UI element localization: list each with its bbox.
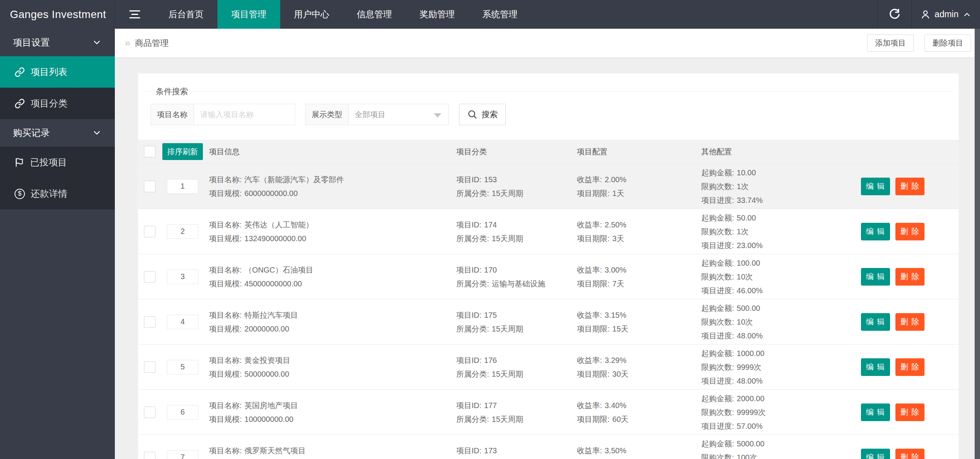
project-id: 174 xyxy=(484,221,497,229)
field-label: 项目名称: xyxy=(209,266,242,274)
user-menu[interactable]: admin xyxy=(912,0,980,29)
row-checkbox[interactable] xyxy=(144,452,155,459)
nav-info-management[interactable]: 信息管理 xyxy=(343,0,406,29)
field-label: 收益率: xyxy=(577,175,602,184)
nav-user-center[interactable]: 用户中心 xyxy=(280,0,343,29)
vertical-scrollbar[interactable] xyxy=(975,29,980,459)
sort-order-input[interactable] xyxy=(167,315,198,329)
field-label: 项目进度: xyxy=(701,422,734,430)
yield-rate: 2.50% xyxy=(605,221,627,229)
delete-button[interactable]: 删除 xyxy=(895,313,924,331)
delete-button[interactable]: 删除 xyxy=(895,358,924,376)
search-button[interactable]: 搜索 xyxy=(459,104,506,125)
field-label: 项目进度: xyxy=(701,332,734,340)
project-scale: 45000000000.00 xyxy=(245,279,302,288)
delete-button[interactable]: 删除 xyxy=(895,268,924,286)
flag-icon xyxy=(15,157,24,167)
sort-refresh-button[interactable]: 排序刷新 xyxy=(162,143,203,160)
edit-button[interactable]: 编辑 xyxy=(861,358,890,376)
project-scale: 50000000.00 xyxy=(245,370,289,378)
project-id: 173 xyxy=(484,446,497,455)
sidebar-item-repayment-details[interactable]: $ 还款详情 xyxy=(0,178,115,209)
row-checkbox[interactable] xyxy=(144,407,155,418)
display-type-select[interactable]: 全部项目 xyxy=(349,104,449,125)
field-label: 收益率: xyxy=(577,401,602,410)
field-label: 项目ID: xyxy=(456,266,482,274)
row-checkbox[interactable] xyxy=(144,181,155,192)
edit-button[interactable]: 编辑 xyxy=(861,268,890,286)
sidebar-group-label: 项目设置 xyxy=(13,36,92,49)
field-label: 项目期限: xyxy=(577,279,610,288)
add-project-button[interactable]: 添加项目 xyxy=(867,34,914,52)
sidebar-group-project-settings[interactable]: 项目设置 xyxy=(0,29,115,56)
project-progress: 23.00% xyxy=(737,241,763,250)
column-header-info: 项目信息 xyxy=(204,147,451,157)
delete-button[interactable]: 删除 xyxy=(895,403,924,421)
search-legend: 条件搜索 xyxy=(152,85,192,98)
project-category: 15天周期 xyxy=(492,189,523,198)
refresh-button[interactable] xyxy=(878,0,911,29)
delete-button[interactable]: 删除 xyxy=(895,449,924,459)
field-label: 项目名称: xyxy=(209,311,242,319)
sort-order-input[interactable] xyxy=(167,270,198,284)
row-checkbox[interactable] xyxy=(144,361,155,373)
nav-project-management[interactable]: 项目管理 xyxy=(217,0,280,29)
table-row: 项目名称:俄罗斯天然气项目 项目规模:800000000.00 项目ID:173… xyxy=(138,434,959,459)
table-row: 项目名称:汽车（新能源汽车）及零部件 项目规模:6000000000.00 项目… xyxy=(138,163,959,209)
project-term: 1天 xyxy=(612,189,624,198)
sidebar-item-project-list[interactable]: 项目列表 xyxy=(0,56,115,88)
sidebar-group-purchase-records[interactable]: 购买记录 xyxy=(0,119,115,147)
dropdown-caret-icon xyxy=(434,113,441,118)
table-row: 项目名称:黄金投资项目 项目规模:50000000.00 项目ID:176 所属… xyxy=(138,344,959,389)
edit-button[interactable]: 编辑 xyxy=(861,403,890,421)
sort-order-input[interactable] xyxy=(167,405,198,420)
field-label: 项目期限: xyxy=(577,189,610,198)
project-name-input[interactable] xyxy=(194,104,295,125)
sidebar: 项目设置 项目列表 项目分类 购买记录 xyxy=(0,29,115,459)
search-button-label: 搜索 xyxy=(482,109,498,120)
user-icon xyxy=(920,9,931,20)
field-label: 限购次数: xyxy=(701,408,734,417)
row-checkbox[interactable] xyxy=(144,316,155,328)
link-icon xyxy=(15,98,25,109)
nav-system-management[interactable]: 系统管理 xyxy=(469,0,531,29)
topbar: Ganges Investment 后台首页 项目管理 用户中心 信息管理 奖励… xyxy=(0,0,980,29)
sort-order-input[interactable] xyxy=(167,450,198,459)
column-header-category: 项目分类 xyxy=(451,147,572,157)
edit-button[interactable]: 编辑 xyxy=(861,178,890,195)
field-label: 项目期限: xyxy=(577,415,610,423)
menu-toggle-icon[interactable] xyxy=(115,0,155,29)
sidebar-item-project-category[interactable]: 项目分类 xyxy=(0,88,115,119)
project-name: （ONGC）石油项目 xyxy=(245,266,314,274)
nav-reward-management[interactable]: 奖励管理 xyxy=(406,0,469,29)
row-checkbox[interactable] xyxy=(144,271,155,283)
project-id: 170 xyxy=(484,266,497,274)
field-label: 项目期限: xyxy=(577,325,610,333)
field-label: 限购次数: xyxy=(701,453,734,459)
field-label: 项目名称: xyxy=(209,356,242,364)
sidebar-item-invested-projects[interactable]: 已投项目 xyxy=(0,147,115,178)
project-id: 175 xyxy=(484,311,497,319)
nav-home[interactable]: 后台首页 xyxy=(155,0,217,29)
select-all-checkbox[interactable] xyxy=(144,146,155,157)
edit-button[interactable]: 编辑 xyxy=(861,449,890,459)
app-logo[interactable]: Ganges Investment xyxy=(0,0,115,29)
row-checkbox[interactable] xyxy=(144,226,155,237)
delete-button[interactable]: 删除 xyxy=(895,178,924,195)
field-label: 所属分类: xyxy=(456,279,489,288)
edit-button[interactable]: 编辑 xyxy=(861,313,890,331)
yield-rate: 3.15% xyxy=(605,311,627,319)
sort-order-input[interactable] xyxy=(167,360,198,374)
field-label: 收益率: xyxy=(577,446,602,455)
sort-order-input[interactable] xyxy=(167,179,198,194)
field-label: 限购次数: xyxy=(701,227,734,236)
field-label: 项目名称: xyxy=(209,401,242,410)
delete-button[interactable]: 删除 xyxy=(895,223,924,240)
sort-order-input[interactable] xyxy=(167,224,198,239)
breadcrumb-bar: » 商品管理 添加项目 删除项目 xyxy=(115,29,980,57)
search-form: 项目名称 展示类型 全部项目 搜索 xyxy=(150,104,959,125)
delete-project-button[interactable]: 删除项目 xyxy=(924,34,971,52)
edit-button[interactable]: 编辑 xyxy=(861,223,890,240)
field-label: 项目名称: xyxy=(209,175,242,184)
min-purchase: 1000.00 xyxy=(737,349,764,358)
